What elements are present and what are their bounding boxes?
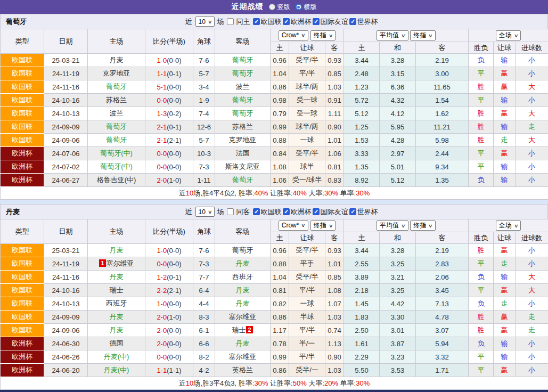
average-time-select[interactable]: 终指 ∨ (410, 30, 436, 40)
verdict-text: 大 (528, 273, 535, 281)
team-name-text: 苏格兰 (106, 96, 127, 104)
full-time-score: 0-0 (157, 96, 167, 104)
league-type-cell: 欧国联 (1, 257, 44, 271)
outcome-result-cell: 平 (469, 364, 494, 377)
match-row: 欧洲杯24-07-02葡萄牙(中)0-0(0-0)7-3斯洛文尼亚1.08球半0… (1, 160, 548, 174)
team-name-text: 苏格兰 (232, 123, 253, 130)
date-cell: 24-09-09 (44, 120, 88, 134)
team-name-text: 法国 (236, 149, 250, 157)
bookmaker-select[interactable]: Crow* ∨ (279, 30, 308, 40)
avg-away-odds-cell: 5.94 (416, 337, 469, 350)
scope-select[interactable]: 全场 ∨ (496, 220, 521, 231)
avg-draw-odds-cell: 3.30 (380, 311, 416, 324)
verdict-text: 胜 (478, 109, 485, 117)
league-type-cell: 欧国联 (1, 134, 44, 147)
team-name-text: 葡萄牙 (232, 176, 253, 184)
league-filter-checkbox[interactable]: ✓ (253, 18, 260, 25)
verdict-text: 走 (528, 326, 535, 334)
matches-unit-label: 场 (217, 17, 224, 27)
league-filter-checkbox[interactable]: ✓ (313, 208, 320, 215)
radio-vertical-label: 竖版 (277, 3, 290, 12)
outcome-result-cell: 胜 (469, 107, 494, 120)
avg-away-odds-cell: 7.13 (416, 297, 469, 311)
goals-result-cell: 小 (516, 350, 548, 364)
red-card-badge: 2 (246, 326, 252, 333)
handicap-time-select[interactable]: 终指 ∨ (310, 220, 336, 231)
col-header-type: 类型 (1, 29, 44, 54)
section-team-name: 葡萄牙 (6, 17, 27, 27)
avg-home-odds-cell: 3.44 (344, 54, 380, 67)
chevron-down-icon: ∨ (428, 33, 433, 38)
goals-result-cell: 大 (516, 80, 548, 94)
verdict-text: 小 (528, 149, 535, 157)
handicap-away-odds-cell: 0.83 (325, 174, 344, 187)
outcome-result-cell: 负 (469, 337, 494, 350)
corner-cell: 8-2 (193, 350, 215, 364)
verdict-text: 负 (478, 56, 485, 64)
team-name-text: 丹麦 (236, 286, 250, 294)
date-cell: 24-06-30 (44, 337, 88, 350)
average-select[interactable]: 平均值 ∨ (377, 30, 408, 40)
handicap-time-select[interactable]: 终指 ∨ (310, 30, 336, 40)
half-time-score: (0-1) (167, 123, 181, 131)
same-side-checkbox[interactable] (227, 18, 234, 25)
layout-radio-vertical[interactable]: 竖版 (269, 3, 290, 12)
handicap-away-odds-cell: 1.01 (325, 134, 344, 147)
avg-draw-odds-cell: 5.95 (380, 120, 416, 134)
sub-header-avg-home: 主 (344, 232, 380, 244)
summary-row: 近10场,胜3平4负3, 胜率:30% 让胜率:50% 大率:20% 单率:30… (1, 377, 548, 390)
outcome-result-cell: 胜 (469, 120, 494, 134)
match-count-select[interactable]: 10 ∨ (195, 207, 215, 217)
avg-away-odds-cell: 1.35 (416, 174, 469, 187)
verdict-text: 负 (478, 339, 485, 347)
home-team-cell: 波兰 (88, 107, 145, 120)
handicap-result-cell: 赢 (494, 244, 516, 257)
league-filter-checkbox[interactable]: ✓ (253, 208, 260, 215)
matches-table: 类型 日期 主场 比分(半场) 角球 客场 Crow* ∨ 终指 ∨ (0, 219, 548, 390)
handicap-line-cell: 受半/一 (289, 364, 325, 377)
sub-header-handicap-result: 让球 (494, 232, 516, 244)
league-filter-checkbox[interactable]: ✓ (283, 18, 290, 25)
handicap-home-odds-cell: 0.86 (271, 80, 289, 94)
team-name-text: 葡萄牙 (106, 123, 127, 130)
league-filter-checkbox[interactable]: ✓ (349, 208, 356, 215)
col-header-corner: 角球 (193, 29, 215, 54)
date-cell: 24-09-09 (44, 311, 88, 324)
summary-text-part: 场,胜3平4负3, 胜率: (193, 379, 254, 387)
league-type-cell: 欧国联 (1, 80, 44, 94)
team-name-text: 葡萄牙 (232, 69, 253, 77)
handicap-away-odds-cell: 1.03 (325, 364, 344, 377)
full-time-score: 2-0 (157, 326, 167, 334)
col-header-away: 客场 (215, 219, 271, 244)
average-time-select[interactable]: 终指 ∨ (410, 220, 436, 231)
team-name-text: 德国 (110, 339, 124, 347)
home-team-cell: 葡萄牙 (88, 120, 145, 134)
half-time-score: (0-0) (167, 353, 181, 361)
layout-radio-horizontal[interactable]: 横版 (296, 3, 317, 12)
handicap-line-cell: 球半/两 (289, 120, 325, 134)
same-side-label: 同客 (236, 207, 250, 217)
league-filter-checkbox[interactable]: ✓ (283, 208, 290, 215)
home-team-cell: 丹麦(中) (88, 350, 145, 364)
sub-header-away-odds: 客 (325, 232, 344, 244)
score-cell: 0-0(0-0) (145, 257, 193, 271)
verdict-text: 胜 (478, 246, 485, 254)
handicap-line-cell: 一球 (289, 297, 325, 311)
verdict-text: 小 (528, 246, 535, 254)
same-side-checkbox[interactable] (227, 208, 234, 215)
check-icon: ✓ (254, 209, 259, 215)
match-count-select[interactable]: 10 ∨ (195, 17, 215, 27)
league-filter-checkbox[interactable]: ✓ (349, 18, 356, 25)
match-row: 欧国联24-11-16丹麦1-2(0-1)7-7西班牙1.04受平/半0.853… (1, 271, 548, 284)
handicap-line-cell: 球半 (289, 160, 325, 174)
bookmaker-select[interactable]: Crow* ∨ (279, 220, 308, 231)
league-type-cell: 欧洲杯 (1, 337, 44, 350)
verdict-text: 负 (478, 176, 485, 184)
average-select[interactable]: 平均值 ∨ (377, 220, 408, 231)
verdict-text: 走 (528, 313, 535, 321)
handicap-home-odds-cell: 0.82 (271, 297, 289, 311)
league-filter-checkbox[interactable]: ✓ (313, 18, 320, 25)
scope-select[interactable]: 全场 ∨ (496, 30, 521, 40)
avg-home-odds-cell: 1.23 (344, 80, 380, 94)
verdict-text: 小 (528, 69, 535, 77)
